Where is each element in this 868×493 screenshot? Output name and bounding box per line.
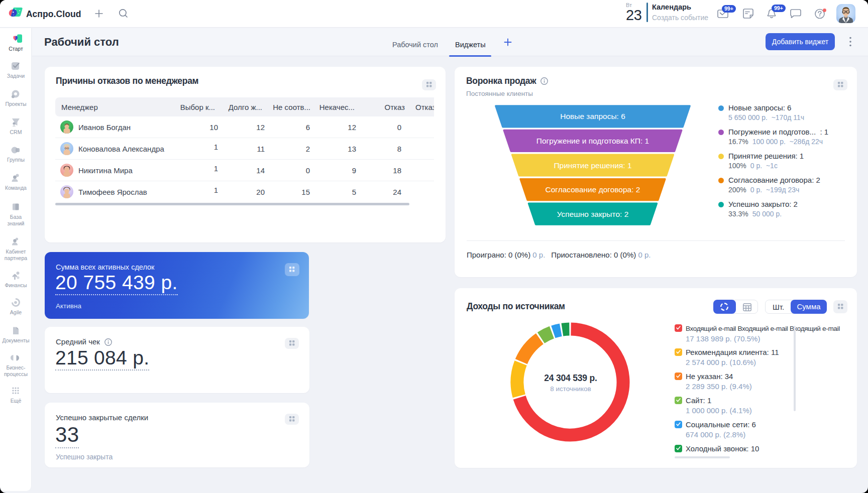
svg-text:Новые запросы: 6: Новые запросы: 6 [560, 112, 625, 120]
svg-text:Принятие решения: 1: Принятие решения: 1 [554, 161, 631, 170]
svg-text:Согласование договора: 2: Согласование договора: 2 [546, 185, 640, 194]
svg-text:Успешно закрыто: 2: Успешно закрыто: 2 [557, 210, 629, 218]
svg-text:Погружение и подготовка КП: 1: Погружение и подготовка КП: 1 [536, 137, 649, 145]
